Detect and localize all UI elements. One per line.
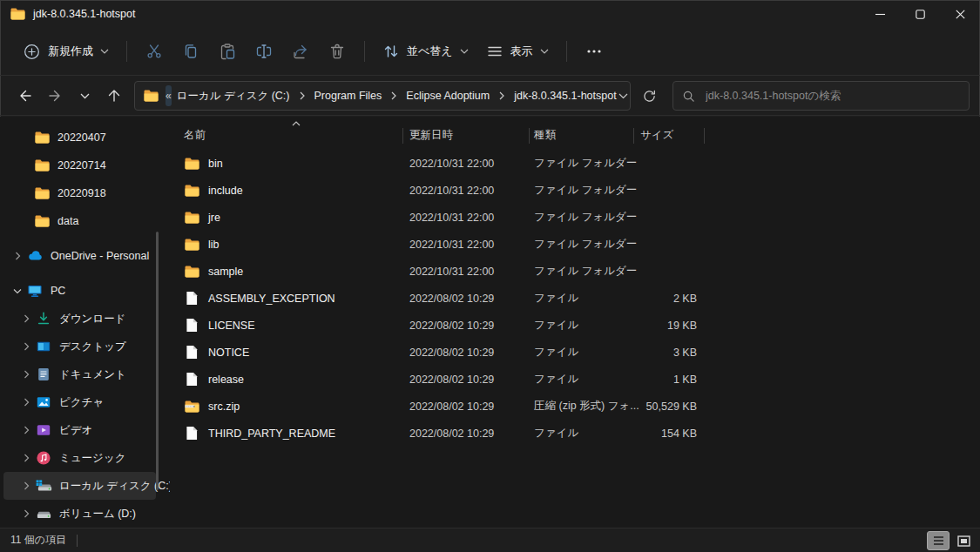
new-button[interactable]: 新規作成	[14, 36, 118, 67]
chevron-right-icon[interactable]	[498, 91, 505, 100]
chevron-right-icon[interactable]	[17, 481, 35, 490]
file-row-assembly-exception[interactable]: ASSEMBLY_EXCEPTION 2022/08/02 10:29 ファイル…	[170, 285, 980, 312]
forward-button[interactable]	[40, 81, 70, 111]
file-modified: 2022/10/31 22:00	[409, 231, 494, 258]
search-input[interactable]	[704, 89, 960, 103]
file-row-sample[interactable]: sample 2022/10/31 22:00 ファイル フォルダー	[170, 258, 980, 285]
file-row-license[interactable]: LICENSE 2022/08/02 10:29 ファイル 19 KB	[170, 312, 980, 339]
up-button[interactable]	[99, 81, 129, 111]
close-icon	[956, 10, 963, 17]
sidebar-item-pictures[interactable]: ピクチャ	[3, 388, 156, 416]
column-headers: 名前 更新日時 種類 サイズ	[170, 121, 980, 150]
sidebar-item-documents[interactable]: ドキュメント	[3, 360, 156, 388]
toolbar-separator	[126, 41, 127, 62]
file-type: ファイル	[534, 420, 578, 447]
chevron-right-icon[interactable]	[17, 370, 35, 379]
search-box[interactable]	[672, 81, 970, 111]
sidebar-item-downloads[interactable]: ダウンロード	[3, 305, 156, 333]
sidebar-item-label: ダウンロード	[59, 312, 125, 326]
address-dropdown-button[interactable]	[618, 93, 628, 99]
sidebar-item-onedrive[interactable]: OneDrive - Personal	[3, 242, 156, 270]
refresh-button[interactable]	[634, 81, 664, 111]
file-size	[605, 231, 697, 258]
file-row-include[interactable]: include 2022/10/31 22:00 ファイル フォルダー	[170, 177, 980, 204]
sidebar-item-videos[interactable]: ビデオ	[3, 416, 156, 444]
sidebar-item-label: 20220918	[57, 187, 106, 199]
folder-icon	[184, 158, 199, 170]
chevron-right-icon[interactable]	[17, 509, 35, 518]
sidebar-item-20220407[interactable]: 20220407	[3, 124, 156, 151]
column-header-name[interactable]: 名前	[184, 121, 206, 150]
sidebar-item-20220714[interactable]: 20220714	[3, 151, 156, 179]
address-bar[interactable]: « ローカル ディスク (C:) Program Files Eclipse A…	[134, 81, 631, 111]
chevron-right-icon[interactable]	[299, 91, 306, 100]
more-icon	[587, 50, 601, 53]
breadcrumb-item-eclipse-adoptium[interactable]: Eclipse Adoptium	[404, 90, 491, 102]
column-header-type[interactable]: 種類	[534, 121, 556, 150]
column-divider[interactable]	[402, 128, 403, 144]
sidebar-item-volume-d[interactable]: ボリューム (D:)	[3, 500, 156, 528]
cut-button[interactable]	[136, 36, 172, 67]
chevron-right-icon[interactable]	[17, 454, 35, 462]
sidebar-item-label: ピクチャ	[59, 395, 104, 410]
sidebar-item-20220918[interactable]: 20220918	[3, 179, 156, 207]
sidebar-scrollbar[interactable]	[156, 232, 159, 490]
file-modified: 2022/10/31 22:00	[409, 177, 494, 204]
sort-button[interactable]: 並べ替え	[374, 36, 477, 67]
column-header-modified[interactable]: 更新日時	[409, 121, 453, 150]
file-size: 154 KB	[605, 420, 697, 447]
sidebar-item-data[interactable]: data	[3, 207, 156, 235]
large-icons-view-button[interactable]	[952, 531, 975, 550]
window-title: jdk-8.0.345.1-hotspot	[33, 8, 135, 20]
file-row-jre[interactable]: jre 2022/10/31 22:00 ファイル フォルダー	[170, 204, 980, 231]
breadcrumb-item-drive[interactable]: ローカル ディスク (C:)	[175, 89, 292, 104]
title-bar[interactable]: jdk-8.0.345.1-hotspot	[0, 0, 980, 28]
chevron-down-icon	[100, 49, 109, 54]
chevron-down-icon[interactable]	[9, 288, 26, 294]
file-name: THIRD_PARTY_README	[208, 427, 335, 440]
plus-circle-icon	[23, 43, 41, 61]
file-name: bin	[208, 158, 223, 170]
file-row-third-party-readme[interactable]: THIRD_PARTY_README 2022/08/02 10:29 ファイル…	[170, 420, 980, 447]
breadcrumb-item-current[interactable]: jdk-8.0.345.1-hotspot	[512, 90, 618, 102]
maximize-button[interactable]	[900, 0, 940, 28]
chevron-right-icon[interactable]	[17, 426, 35, 434]
close-button[interactable]	[940, 0, 980, 28]
sidebar-item-pc[interactable]: PC	[3, 277, 156, 305]
file-size: 19 KB	[605, 312, 697, 339]
sidebar-item-local-disk-c[interactable]: ローカル ディスク (C:)	[3, 472, 156, 500]
chevron-right-icon[interactable]	[9, 252, 26, 260]
file-row-release[interactable]: release 2022/08/02 10:29 ファイル 1 KB	[170, 366, 980, 393]
chevron-right-icon[interactable]	[17, 398, 35, 407]
chevron-right-icon[interactable]	[17, 314, 35, 323]
chevron-right-icon[interactable]	[390, 91, 397, 100]
breadcrumb-item-program-files[interactable]: Program Files	[313, 90, 384, 102]
back-button[interactable]	[10, 81, 40, 111]
file-row-lib[interactable]: lib 2022/10/31 22:00 ファイル フォルダー	[170, 231, 980, 258]
file-row-bin[interactable]: bin 2022/10/31 22:00 ファイル フォルダー	[170, 150, 980, 177]
folder-icon	[33, 187, 51, 199]
more-options-button[interactable]	[576, 36, 612, 67]
recent-locations-button[interactable]	[70, 81, 99, 111]
share-button[interactable]	[282, 36, 319, 67]
column-divider[interactable]	[529, 128, 530, 144]
delete-button[interactable]	[319, 36, 355, 67]
rename-button[interactable]	[246, 36, 282, 67]
breadcrumb-overflow-button[interactable]: «	[166, 85, 172, 106]
column-divider[interactable]	[633, 128, 634, 144]
chevron-right-icon[interactable]	[17, 342, 35, 351]
music-icon	[35, 450, 52, 466]
file-row-src-zip[interactable]: src.zip 2022/08/02 10:29 圧縮 (zip 形式) フォ.…	[170, 393, 980, 420]
copy-button[interactable]	[172, 36, 209, 67]
file-row-notice[interactable]: NOTICE 2022/08/02 10:29 ファイル 3 KB	[170, 339, 980, 366]
sidebar-item-desktop[interactable]: デスクトップ	[3, 333, 156, 360]
sidebar-item-music[interactable]: ミュージック	[3, 444, 156, 472]
view-button[interactable]: 表示	[477, 36, 558, 67]
paste-button[interactable]	[209, 36, 246, 67]
file-size: 50,529 KB	[605, 393, 697, 420]
command-bar: 新規作成 並べ替え	[0, 28, 980, 76]
column-divider[interactable]	[704, 128, 705, 144]
details-view-button[interactable]	[927, 531, 950, 550]
minimize-button[interactable]	[860, 0, 900, 28]
column-header-size[interactable]: サイズ	[640, 121, 673, 150]
